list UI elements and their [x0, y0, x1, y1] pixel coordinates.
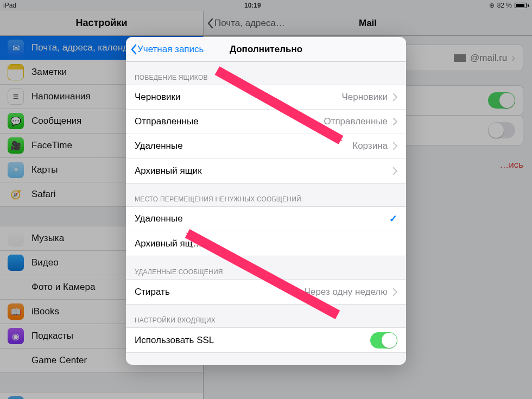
chevron-right-icon	[393, 93, 397, 101]
discard-option-row[interactable]: Удаленные✓	[126, 207, 406, 231]
mailbox-behavior-row[interactable]: УдаленныеКорзина	[126, 134, 406, 159]
mailbox-behavior-row[interactable]: Архивный ящик	[126, 159, 406, 183]
section-behavior-header: ПОВЕДЕНИЕ ЯЩИКОВ	[126, 62, 406, 85]
modal-back-button[interactable]: Учетная запись	[130, 44, 204, 55]
mailbox-behavior-row[interactable]: ОтправленныеОтправленные	[126, 110, 406, 134]
erase-label: Стирать	[135, 287, 170, 297]
erase-row[interactable]: Стирать Через одну неделю	[126, 280, 406, 304]
row-label: Удаленные	[135, 141, 183, 151]
row-value: Отправленные	[324, 116, 388, 127]
chevron-right-icon	[393, 118, 397, 125]
ssl-label: Использовать SSL	[135, 335, 214, 346]
chevron-right-icon	[393, 288, 397, 296]
row-label: Черновики	[135, 92, 181, 103]
row-value: Черновики	[341, 92, 388, 103]
row-label: Архивный ящик	[135, 166, 202, 176]
row-label: Удаленные	[135, 213, 183, 224]
chevron-right-icon	[393, 142, 397, 150]
row-label: Отправленные	[135, 116, 199, 127]
mailbox-behavior-row[interactable]: ЧерновикиЧерновики	[126, 85, 406, 110]
modal-back-label: Учетная запись	[137, 44, 204, 55]
row-label: Архивный ящ…	[135, 238, 202, 249]
erase-value: Через одну неделю	[305, 287, 388, 297]
row-value: Корзина	[352, 141, 388, 151]
section-deleted-header: УДАЛЕННЫЕ СООБЩЕНИЯ	[126, 256, 406, 279]
chevron-right-icon	[393, 167, 397, 175]
ssl-toggle[interactable]	[370, 332, 397, 349]
section-discard-header: МЕСТО ПЕРЕМЕЩЕНИЯ НЕНУЖНЫХ СООБЩЕНИЙ:	[126, 183, 406, 206]
checkmark-icon: ✓	[389, 213, 397, 225]
section-incoming-header: НАСТРОЙКИ ВХОДЯЩИХ	[126, 305, 406, 327]
discard-option-row[interactable]: Архивный ящ…	[126, 231, 406, 256]
ssl-row[interactable]: Использовать SSL	[126, 328, 406, 352]
advanced-modal: Учетная запись Дополнительно ПОВЕДЕНИЕ Я…	[126, 37, 406, 365]
modal-title: Дополнительно	[230, 44, 302, 55]
